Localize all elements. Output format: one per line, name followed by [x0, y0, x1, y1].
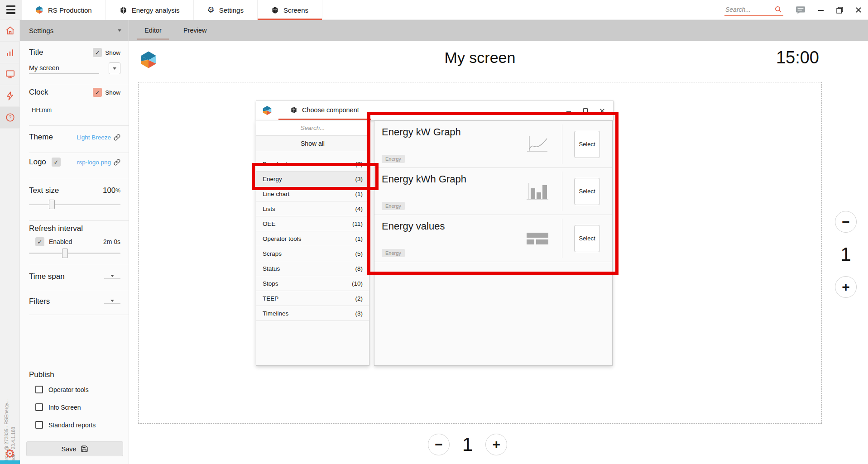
topbar-tab[interactable]: ⚙ Settings [194, 0, 258, 20]
topbar: ⚙ RS Production [0, 0, 868, 20]
publish-option: Info Screen [35, 403, 96, 411]
category-row[interactable]: Operator tools (1) [256, 231, 369, 246]
publish-checkbox[interactable] [35, 386, 43, 393]
restore-button[interactable] [836, 7, 843, 14]
select-button[interactable]: Select [574, 225, 600, 252]
rail-item[interactable]: ? [0, 63, 20, 85]
bar-graph-icon [526, 182, 549, 201]
topbar-tab-label: Energy analysis [132, 6, 180, 14]
page-plus-button[interactable]: + [485, 434, 507, 455]
gear-icon[interactable]: ⚙ [0, 448, 20, 459]
page-minus-button[interactable]: − [835, 211, 857, 233]
component-card: Energy kWh Graph Energy [374, 168, 612, 215]
category-name: Lists [263, 206, 355, 212]
publish-option-label: Info Screen [48, 404, 81, 411]
text-size-slider[interactable] [29, 204, 120, 205]
home-icon [5, 25, 15, 36]
category-name: Energy [263, 176, 355, 182]
component-search-input[interactable] [256, 120, 369, 135]
settings-panel-title: Settings [29, 27, 53, 34]
refresh-interval-slider-thumb[interactable] [62, 249, 68, 258]
minimize-button[interactable] [818, 7, 824, 13]
search-input[interactable] [725, 6, 771, 13]
clock-show-checkbox[interactable]: ✓ [93, 88, 102, 97]
refresh-interval-slider[interactable] [29, 253, 120, 254]
search-icon[interactable] [774, 5, 782, 14]
page-number: 1 [840, 244, 851, 265]
publish-option-label: Operator tools [48, 386, 89, 393]
title-input[interactable] [29, 63, 99, 74]
link-icon[interactable] [114, 159, 120, 166]
category-row[interactable]: Line chart (1) [256, 187, 369, 201]
publish-checkbox[interactable] [35, 421, 43, 429]
category-count: (8) [355, 265, 363, 272]
rail-item[interactable]: ? [0, 107, 20, 129]
title-show-label: Show [105, 49, 120, 56]
time-span-dropdown[interactable] [104, 275, 120, 279]
title-show-checkbox[interactable]: ✓ [93, 48, 102, 57]
category-row[interactable]: TEEP (2) [256, 291, 369, 306]
close-button[interactable] [599, 108, 605, 114]
category-row[interactable]: Energy (3) [256, 172, 369, 187]
chevron-down-icon [110, 300, 114, 302]
rail-item[interactable]: ? [0, 20, 20, 42]
editor-tab[interactable]: Editor [134, 20, 173, 41]
topbar-tab[interactable]: ⚙ Screens [258, 0, 322, 20]
category-count: (3) [355, 310, 363, 317]
filters-dropdown[interactable] [104, 300, 120, 304]
publish-option: Standard reports [35, 421, 96, 429]
category-row[interactable]: Lists (4) [256, 201, 369, 216]
category-row[interactable]: Scraps (5) [256, 246, 369, 261]
screen-header: My screen 15:00 [138, 43, 822, 75]
category-row[interactable]: Timelines (3) [256, 306, 369, 321]
rail-item[interactable]: ? [0, 85, 20, 107]
maximize-button[interactable] [583, 108, 588, 114]
close-button[interactable] [855, 7, 862, 13]
category-count: (11) [352, 220, 363, 227]
category-row[interactable]: Status (8) [256, 261, 369, 276]
show-all-button[interactable]: Show all [256, 136, 369, 151]
dialog-tab[interactable]: Choose component [278, 101, 371, 120]
rail-item[interactable]: ? [0, 42, 20, 63]
search-box [724, 5, 783, 16]
publish-checkbox[interactable] [35, 403, 43, 411]
title-dropdown-button[interactable] [109, 62, 120, 74]
link-icon[interactable] [114, 134, 120, 141]
settings-panel-header[interactable]: Settings [20, 20, 129, 41]
clock-label: Clock [29, 88, 48, 97]
editor-tab[interactable]: Preview [173, 20, 218, 41]
topbar-tab-label: Screens [283, 6, 308, 14]
category-count: (1) [355, 191, 363, 197]
save-button[interactable]: Save [26, 441, 123, 456]
check-icon: ✓ [38, 239, 43, 245]
category-row[interactable]: OEE (11) [256, 216, 369, 231]
select-button[interactable]: Select [574, 178, 600, 205]
feedback-icon[interactable] [796, 6, 806, 14]
text-size-unit: % [115, 187, 120, 194]
component-cube-icon [271, 6, 279, 14]
topbar-tab[interactable]: ⚙ RS Production [22, 0, 106, 20]
component-card: Energy kW Graph Energy [374, 121, 612, 168]
component-card: Energy values Energy [374, 215, 612, 262]
text-size-slider-thumb[interactable] [49, 200, 55, 209]
category-name: TEEP [263, 295, 355, 302]
topbar-tab[interactable]: ⚙ Energy analysis [106, 0, 194, 20]
refresh-enabled-checkbox[interactable]: ✓ [35, 237, 44, 246]
category-name: Line chart [263, 191, 355, 197]
time-span-label: Time span [29, 272, 65, 281]
page-minus-button[interactable]: − [428, 434, 450, 455]
hamburger-menu-icon[interactable] [0, 0, 22, 19]
component-search [256, 120, 369, 136]
minimize-button[interactable] [566, 108, 571, 114]
category-row[interactable]: Bar chart (7) [256, 157, 369, 172]
category-row[interactable]: Stops (10) [256, 276, 369, 291]
publish-label: Publish [29, 370, 54, 379]
page-plus-button[interactable]: + [835, 276, 857, 298]
logo-link[interactable]: rsp-logo.png [77, 159, 111, 166]
select-button[interactable]: Select [574, 131, 600, 158]
category-count: (7) [355, 161, 363, 167]
topbar-tab-label: Settings [219, 6, 244, 14]
category-count: (1) [355, 235, 363, 242]
theme-link[interactable]: Light Breeze [77, 134, 111, 141]
logo-checkbox[interactable]: ✓ [52, 158, 61, 167]
